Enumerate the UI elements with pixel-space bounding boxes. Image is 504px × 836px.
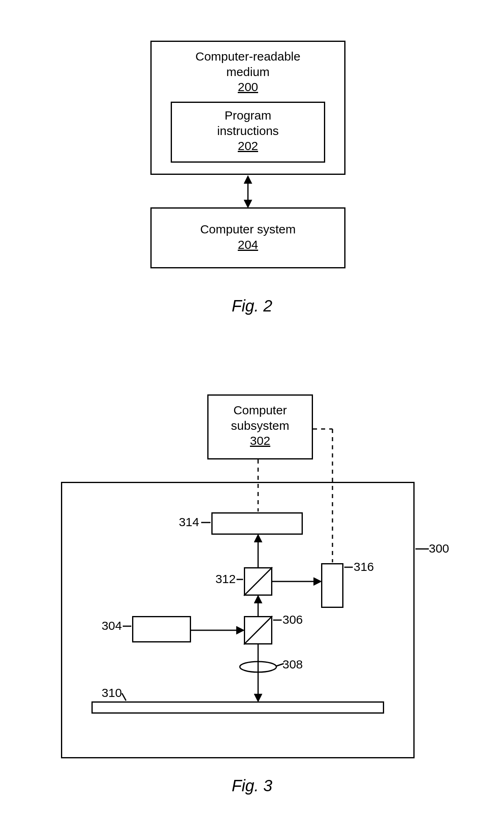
label-300: 300 — [429, 541, 461, 556]
text: medium — [226, 65, 270, 78]
label-program-instructions: Program instructions 202 — [171, 108, 325, 154]
label-computer-subsystem: Computer subsystem 302 — [207, 403, 313, 448]
caption-fig-3: Fig. 3 — [211, 777, 293, 795]
box-304 — [132, 616, 191, 642]
label-314: 314 — [167, 514, 199, 530]
box-310 — [91, 701, 384, 714]
number: 302 — [250, 434, 270, 447]
label-312: 312 — [203, 571, 236, 587]
box-306 — [244, 616, 272, 644]
label-310: 310 — [89, 685, 122, 701]
text: Computer system — [200, 222, 295, 236]
box-312 — [244, 567, 272, 596]
label-304: 304 — [89, 618, 122, 634]
label-316: 316 — [354, 559, 386, 575]
number: 202 — [238, 139, 258, 152]
number: 204 — [238, 238, 258, 251]
label-306: 306 — [282, 612, 315, 627]
box-314 — [211, 512, 303, 535]
number: 200 — [238, 80, 258, 94]
box-316 — [321, 563, 343, 608]
text: Program — [224, 109, 271, 122]
label-computer-system: Computer system 204 — [150, 222, 345, 252]
label-308: 308 — [282, 657, 315, 672]
text: instructions — [217, 124, 279, 137]
label-computer-readable-medium: Computer-readable medium 200 — [150, 49, 345, 95]
text: Computer-readable — [196, 50, 300, 63]
text: Computer — [233, 403, 287, 417]
page: Computer-readable medium 200 Program ins… — [0, 0, 504, 836]
caption-fig-2: Fig. 2 — [211, 297, 293, 315]
text: subsystem — [231, 419, 289, 432]
